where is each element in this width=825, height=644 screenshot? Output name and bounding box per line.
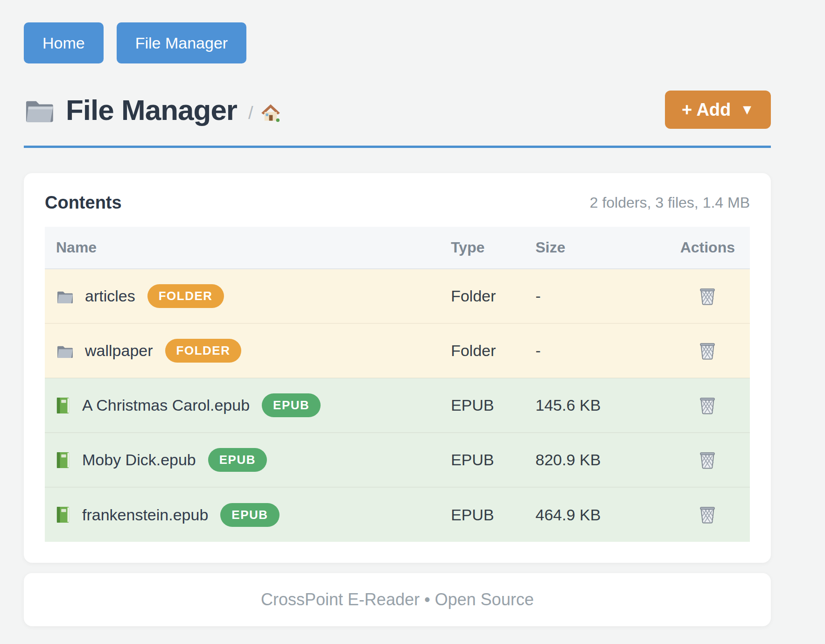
size-cell: 145.6 KB [524, 378, 665, 433]
page-header: File Manager / + Add ▼ [24, 91, 771, 129]
green-book-icon [56, 397, 71, 414]
contents-card-header: Contents 2 folders, 3 files, 1.4 MB [45, 193, 750, 213]
table-row: wallpaper FOLDER Folder - [45, 323, 750, 378]
table-row: frankenstein.epub EPUB EPUB 464.9 KB [45, 487, 750, 542]
add-button-label: + Add [682, 100, 731, 120]
trash-icon [699, 287, 716, 305]
column-header-actions: Actions [665, 227, 750, 269]
size-cell: - [524, 269, 665, 323]
table-header-row: Name Type Size Actions [45, 227, 750, 269]
contents-summary: 2 folders, 3 files, 1.4 MB [590, 194, 750, 211]
delete-button[interactable] [696, 448, 719, 472]
trash-icon [699, 450, 716, 469]
top-navigation: Home File Manager [24, 22, 771, 63]
folder-link[interactable]: wallpaper [85, 342, 153, 360]
file-link[interactable]: Moby Dick.epub [82, 451, 196, 469]
folder-link[interactable]: articles [85, 287, 135, 305]
table-row: Moby Dick.epub EPUB EPUB 820.9 KB [45, 433, 750, 487]
file-table: Name Type Size Actions [45, 227, 750, 542]
type-cell: Folder [440, 323, 524, 378]
contents-title: Contents [45, 193, 122, 213]
folder-icon [24, 96, 55, 123]
green-book-icon [56, 506, 71, 524]
type-cell: Folder [440, 269, 524, 323]
house-icon[interactable] [260, 102, 281, 123]
type-cell: EPUB [440, 433, 524, 487]
size-cell: 820.9 KB [524, 433, 665, 487]
nav-home-button[interactable]: Home [24, 22, 104, 63]
footer-text: CrossPoint E-Reader • Open Source [41, 590, 754, 609]
folder-badge: FOLDER [147, 284, 224, 308]
folder-badge: FOLDER [165, 339, 242, 363]
column-header-type: Type [440, 227, 524, 269]
trash-icon [699, 396, 716, 414]
file-link[interactable]: frankenstein.epub [82, 506, 208, 524]
size-cell: 464.9 KB [524, 487, 665, 542]
trash-icon [699, 505, 716, 524]
trash-icon [699, 341, 716, 360]
delete-button[interactable] [696, 284, 719, 308]
page: Home File Manager File Manager / + Add ▼ [0, 0, 825, 644]
size-cell: - [524, 323, 665, 378]
type-cell: EPUB [440, 487, 524, 542]
delete-button[interactable] [696, 338, 719, 363]
nav-file-manager-button[interactable]: File Manager [117, 22, 246, 63]
epub-badge: EPUB [262, 393, 321, 417]
header-divider [24, 146, 771, 148]
column-header-size: Size [524, 227, 665, 269]
contents-card: Contents 2 folders, 3 files, 1.4 MB Name… [24, 173, 771, 563]
add-button[interactable]: + Add ▼ [665, 91, 771, 129]
folder-icon [56, 343, 74, 358]
caret-down-icon: ▼ [740, 102, 754, 118]
title-group: File Manager / [24, 93, 281, 126]
footer-card: CrossPoint E-Reader • Open Source [24, 573, 771, 626]
table-row: A Christmas Carol.epub EPUB EPUB 145.6 K… [45, 378, 750, 433]
delete-button[interactable] [696, 393, 719, 417]
file-link[interactable]: A Christmas Carol.epub [82, 396, 250, 414]
epub-badge: EPUB [220, 503, 279, 527]
green-book-icon [56, 451, 71, 469]
type-cell: EPUB [440, 378, 524, 433]
delete-button[interactable] [696, 502, 719, 526]
table-row: articles FOLDER Folder - [45, 269, 750, 323]
column-header-name: Name [45, 227, 440, 269]
folder-icon [56, 289, 74, 304]
page-title: File Manager [66, 93, 237, 126]
epub-badge: EPUB [208, 448, 267, 472]
breadcrumb-separator: / [248, 103, 253, 123]
